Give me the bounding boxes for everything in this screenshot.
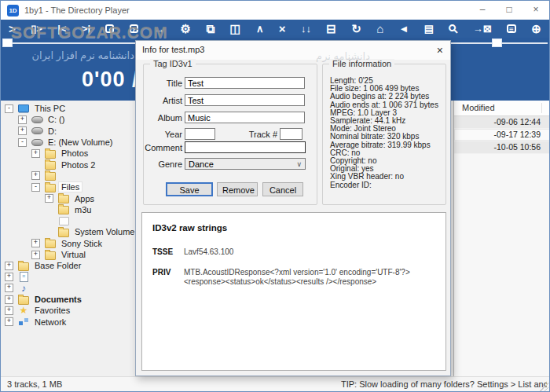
- close-window-button[interactable]: ×: [522, 1, 549, 20]
- next-folder-icon[interactable]: ›: [130, 24, 138, 33]
- dialog-titlebar[interactable]: Info for test.mp3 ×: [136, 41, 450, 60]
- folder-icon: [58, 229, 69, 237]
- tip-text: TIP: Slow loading of many folders? Setti…: [341, 379, 547, 389]
- previous-folder-icon[interactable]: ‹: [105, 24, 114, 33]
- id3v2-frame-key: TSSE: [152, 247, 184, 257]
- expander-icon[interactable]: +: [5, 262, 13, 270]
- chevron-down-icon: ∨: [296, 160, 302, 168]
- tree-item-label: Network: [32, 317, 68, 327]
- split-view-icon[interactable]: ◫: [229, 20, 240, 37]
- close-file-icon[interactable]: →⊠: [473, 20, 492, 37]
- network-icon: [19, 318, 29, 325]
- folder-icon: [18, 296, 29, 305]
- expander-icon[interactable]: +: [5, 273, 13, 281]
- dialog-title: Info for test.mp3: [142, 45, 204, 54]
- track-row[interactable]: -10-05 10:56: [454, 141, 550, 154]
- genre-value: Dance: [189, 159, 214, 169]
- seek-slider-handle[interactable]: [2, 38, 13, 47]
- id3v2-raw-strings-panel: ID3v2 raw strings TSSE Lavf54.63.100 PRI…: [141, 212, 446, 371]
- folder-icon: [45, 240, 56, 248]
- tree-item-label: m3u: [72, 205, 94, 214]
- previous-track-icon[interactable]: |<: [57, 20, 66, 37]
- track-number-field[interactable]: [280, 128, 302, 140]
- album-label: Album: [143, 113, 182, 123]
- expander-icon[interactable]: +: [5, 317, 13, 326]
- home-icon[interactable]: ⌂: [376, 20, 383, 37]
- expander-icon[interactable]: +: [5, 306, 13, 315]
- folder-icon: [45, 251, 56, 260]
- year-field[interactable]: [185, 128, 215, 140]
- collapse-up-icon[interactable]: ∧: [256, 20, 264, 37]
- tree-item-label: Photos 2: [59, 160, 97, 170]
- volume-slider-handle[interactable]: [492, 38, 502, 47]
- expander-icon[interactable]: +: [31, 171, 40, 180]
- id3v2-frame-value: MTB.AcoustIDResponse<?xml version='1.0' …: [184, 268, 443, 286]
- titlebar: 1D 1by1 - The Directory Player – □ ×: [1, 1, 549, 20]
- expander-icon[interactable]: -: [5, 104, 13, 113]
- tree-item-label: Sony Stick: [59, 239, 104, 248]
- horizontal-panel-icon[interactable]: ⊟: [326, 20, 336, 37]
- expander-icon[interactable]: +: [31, 239, 40, 247]
- forward-arrow-icon[interactable]: →: [153, 20, 165, 37]
- resize-grip[interactable]: [539, 383, 548, 392]
- folder-icon: [45, 161, 56, 170]
- title-label: Title: [143, 79, 182, 88]
- track-row[interactable]: -09-06 12:44: [454, 116, 550, 129]
- track-count-status: 3 tracks, 1 MB: [7, 379, 62, 389]
- volume-speaker-icon[interactable]: ◄: [399, 20, 409, 37]
- drive-icon: [31, 116, 43, 123]
- cancel-button[interactable]: Cancel: [262, 182, 303, 196]
- expander-icon[interactable]: +: [5, 295, 13, 304]
- expander-icon[interactable]: +: [31, 149, 40, 158]
- expander-icon[interactable]: +: [31, 251, 40, 259]
- column-header-modified[interactable]: Modified: [454, 101, 550, 116]
- scroll-down-icon[interactable]: ↓↓: [301, 20, 311, 37]
- track-row-selected[interactable]: -09-17 12:39: [454, 129, 550, 141]
- save-button[interactable]: Save: [166, 182, 213, 196]
- title-field[interactable]: [185, 77, 305, 89]
- empty-folder-icon: [59, 217, 69, 225]
- expander-icon[interactable]: +: [18, 115, 27, 124]
- remove-button[interactable]: Remove: [217, 182, 258, 196]
- file-information-group: File information Length: 0'25 File size:…: [322, 64, 446, 205]
- comment-field[interactable]: [185, 141, 306, 153]
- expander-icon[interactable]: +: [45, 194, 53, 203]
- artist-field[interactable]: [185, 94, 305, 106]
- play-icon[interactable]: >: [9, 20, 16, 37]
- details-list-icon[interactable]: ≡: [507, 24, 516, 33]
- play-current-icon[interactable]: ▯>: [31, 20, 42, 37]
- folder-icon: [45, 172, 56, 181]
- app-window: 1D 1by1 - The Directory Player – □ × > ▯…: [0, 0, 550, 392]
- expander-icon[interactable]: -: [31, 183, 40, 192]
- album-field[interactable]: [185, 112, 305, 123]
- dialog-close-icon[interactable]: ×: [437, 43, 443, 57]
- next-track-icon[interactable]: >|: [82, 20, 90, 37]
- track-list: Modified -09-06 12:44 -09-17 12:39 -10-0…: [453, 101, 550, 376]
- id3v2-heading: ID3v2 raw strings: [152, 223, 227, 233]
- search-icon[interactable]: ⚲: [445, 20, 463, 38]
- comment-label: Comment: [143, 143, 182, 152]
- minimize-button[interactable]: –: [469, 1, 496, 20]
- computer-icon: [18, 104, 29, 112]
- window-copy-icon[interactable]: ⧉: [206, 20, 214, 37]
- info-dialog: Info for test.mp3 × Tag ID3v1 Title Arti…: [135, 40, 451, 376]
- genre-label: Genre: [143, 159, 182, 169]
- repeat-icon[interactable]: ↻: [351, 20, 361, 37]
- settings-gear-icon[interactable]: ⚙: [181, 20, 191, 37]
- tree-item-label-selected: Files: [59, 182, 82, 192]
- tree-item-label: Favorites: [32, 306, 72, 315]
- group-title: File information: [329, 59, 394, 68]
- folder-icon: [45, 184, 56, 192]
- window-title: 1by1 - The Directory Player: [24, 5, 130, 15]
- drive-icon: [31, 139, 43, 146]
- expander-icon[interactable]: +: [18, 126, 27, 135]
- tree-item-label: This PC: [32, 104, 68, 113]
- expander-icon[interactable]: +: [5, 284, 13, 292]
- file-cursor-icon[interactable]: ▤: [424, 20, 434, 37]
- add-circle-icon[interactable]: ⊕: [531, 20, 541, 37]
- close-x-icon[interactable]: ×: [279, 20, 286, 37]
- expander-icon[interactable]: -: [18, 138, 27, 147]
- maximize-button[interactable]: □: [496, 1, 522, 20]
- genre-select[interactable]: Dance ∨: [185, 158, 306, 170]
- playlist-doc-icon: ≡: [20, 272, 28, 282]
